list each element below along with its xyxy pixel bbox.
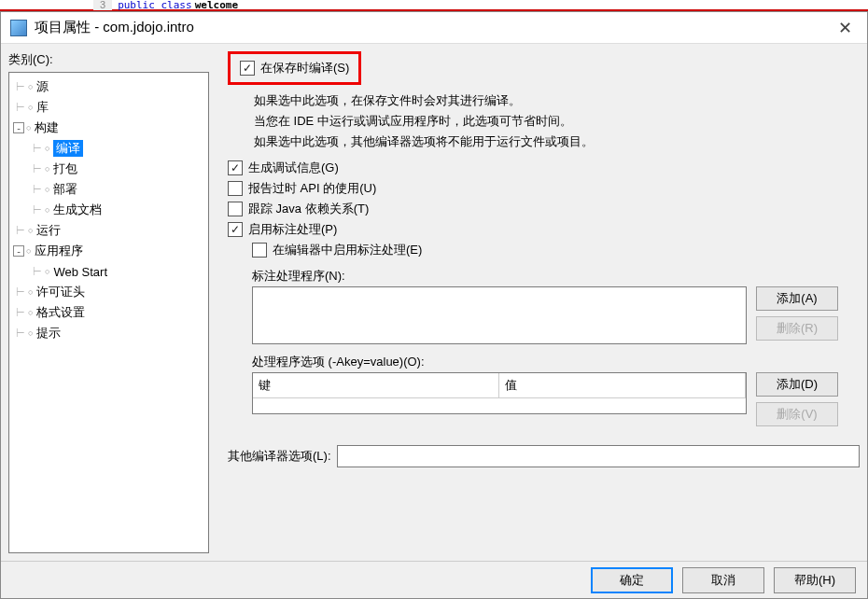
enable-anno-editor-checkbox[interactable] bbox=[252, 243, 267, 258]
titlebar: 项目属性 - com.jdojo.intro ✕ bbox=[1, 12, 867, 44]
enable-anno-label: 启用标注处理(P) bbox=[248, 221, 337, 238]
compile-on-save-label: 在保存时编译(S) bbox=[260, 60, 349, 77]
other-options-input[interactable] bbox=[337, 445, 861, 467]
code-keyword: public class bbox=[118, 0, 191, 11]
tree-item-hints[interactable]: ⊢○提示 bbox=[11, 323, 206, 343]
project-properties-dialog: 项目属性 - com.jdojo.intro ✕ 类别(C): ⊢○源 ⊢○库 … bbox=[0, 11, 868, 599]
tree-item-deploy[interactable]: ⊢○部署 bbox=[28, 179, 206, 200]
help-button[interactable]: 帮助(H) bbox=[774, 567, 856, 593]
tree-item-license[interactable]: ⊢○许可证头 bbox=[11, 282, 206, 302]
tree-item-library[interactable]: ⊢○库 bbox=[11, 97, 206, 118]
other-options-label: 其他编译器选项(L): bbox=[228, 448, 331, 465]
tree-item-compile[interactable]: ⊢○编译 bbox=[28, 138, 206, 159]
category-label: 类别(C): bbox=[8, 51, 209, 68]
table-header-value: 值 bbox=[499, 373, 746, 398]
processor-options-label: 处理程序选项 (-Akey=value)(O): bbox=[252, 354, 860, 370]
track-deps-label: 跟踪 Java 依赖关系(T) bbox=[248, 201, 369, 217]
dialog-footer: 确定 取消 帮助(H) bbox=[1, 561, 867, 599]
tree-item-source[interactable]: ⊢○源 bbox=[11, 77, 206, 97]
line-number: 3 bbox=[93, 0, 112, 10]
add-processor-button[interactable]: 添加(A) bbox=[756, 286, 838, 311]
close-icon[interactable]: ✕ bbox=[833, 18, 858, 38]
add-option-button[interactable]: 添加(D) bbox=[756, 372, 838, 397]
description-text: 如果选中此选项，在保存文件时会对其进行编译。 当您在 IDE 中运行或调试应用程… bbox=[254, 91, 860, 152]
report-deprecated-checkbox[interactable] bbox=[228, 181, 243, 196]
tree-item-format[interactable]: ⊢○格式设置 bbox=[11, 302, 206, 323]
gen-debug-checkbox[interactable]: ✓ bbox=[228, 160, 243, 175]
table-header-key: 键 bbox=[253, 373, 499, 398]
dialog-title: 项目属性 - com.jdojo.intro bbox=[35, 19, 833, 36]
tree-item-build[interactable]: -○构建 bbox=[11, 118, 206, 138]
category-tree[interactable]: ⊢○源 ⊢○库 -○构建 ⊢○编译 ⊢○打包 ⊢○部署 ⊢○生成文档 ⊢○运行 … bbox=[8, 72, 209, 553]
anno-processors-list[interactable] bbox=[252, 286, 747, 344]
enable-anno-editor-label: 在编辑器中启用标注处理(E) bbox=[273, 242, 422, 258]
compile-on-save-checkbox[interactable]: ✓ bbox=[240, 61, 255, 76]
app-icon bbox=[10, 20, 27, 36]
editor-background: 3 public class welcome bbox=[0, 0, 868, 11]
collapse-icon[interactable]: - bbox=[13, 245, 24, 257]
report-deprecated-label: 报告过时 API 的使用(U) bbox=[248, 180, 376, 197]
ok-button[interactable]: 确定 bbox=[591, 567, 673, 593]
compile-settings-panel: ✓ 在保存时编译(S) 如果选中此选项，在保存文件时会对其进行编译。 当您在 I… bbox=[209, 51, 860, 553]
tree-item-webstart[interactable]: ⊢○Web Start bbox=[28, 261, 206, 282]
highlighted-option: ✓ 在保存时编译(S) bbox=[228, 51, 361, 85]
gen-debug-label: 生成调试信息(G) bbox=[248, 160, 339, 176]
enable-anno-checkbox[interactable]: ✓ bbox=[228, 222, 243, 237]
tree-item-run[interactable]: ⊢○运行 bbox=[11, 220, 206, 241]
anno-processors-label: 标注处理程序(N): bbox=[252, 268, 860, 285]
delete-processor-button[interactable]: 删除(R) bbox=[756, 316, 838, 341]
code-classname: welcome bbox=[195, 0, 238, 11]
cancel-button[interactable]: 取消 bbox=[682, 567, 764, 593]
track-deps-checkbox[interactable] bbox=[228, 202, 243, 216]
delete-option-button[interactable]: 删除(V) bbox=[756, 402, 838, 426]
collapse-icon[interactable]: - bbox=[13, 122, 24, 133]
tree-item-app[interactable]: -○应用程序 bbox=[11, 241, 206, 261]
tree-item-package[interactable]: ⊢○打包 bbox=[28, 159, 206, 179]
processor-options-table[interactable]: 键 值 bbox=[252, 372, 747, 414]
tree-item-docs[interactable]: ⊢○生成文档 bbox=[28, 200, 206, 220]
